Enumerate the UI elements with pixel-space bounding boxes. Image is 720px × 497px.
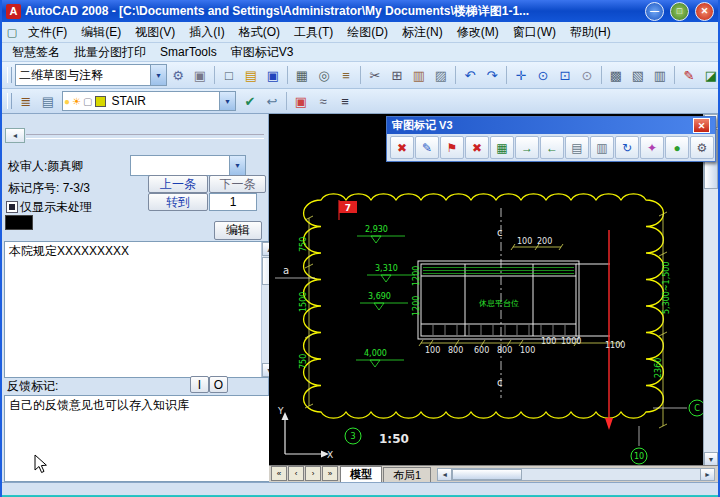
delete-mark-icon[interactable]: ✖: [390, 136, 414, 159]
menu-tools[interactable]: 工具(T): [287, 23, 340, 42]
feedback-out-button[interactable]: O: [209, 376, 228, 393]
next-tab-icon[interactable]: ›: [305, 466, 321, 481]
menu-window[interactable]: 窗口(W): [506, 23, 563, 42]
layer-color-swatch[interactable]: [95, 96, 106, 107]
paint-icon[interactable]: ✦: [640, 136, 664, 159]
lineweight-control-icon[interactable]: ≡: [334, 90, 356, 112]
open-icon[interactable]: ▤: [240, 64, 262, 86]
linetype-control-icon[interactable]: ≈: [312, 90, 334, 112]
globe-icon[interactable]: ●: [665, 136, 689, 159]
layer-combo[interactable]: ● ☀ ▢ STAIR ▼: [62, 91, 236, 111]
minimize-button[interactable]: —: [645, 2, 664, 21]
rule-textarea[interactable]: 本院规定XXXXXXXXX ▲ ▼: [4, 241, 278, 378]
mark-color-swatch[interactable]: [5, 215, 33, 230]
paste-icon[interactable]: ▥: [408, 64, 430, 86]
settings-icon[interactable]: ⚙: [690, 136, 714, 159]
menu-draw[interactable]: 绘图(D): [340, 23, 395, 42]
only-unprocessed-checkbox[interactable]: [6, 201, 18, 213]
qnew-icon[interactable]: □: [218, 64, 240, 86]
scroll-right-icon[interactable]: ►: [700, 469, 714, 480]
menu-modify[interactable]: 修改(M): [450, 23, 506, 42]
review-flag[interactable]: 7: [339, 200, 357, 220]
layer-properties-icon[interactable]: ≣: [15, 90, 37, 112]
export-marks-icon[interactable]: →: [515, 136, 539, 159]
copy-icon[interactable]: ⊞: [386, 64, 408, 86]
menu-help[interactable]: 帮助(H): [563, 23, 618, 42]
menu-smart-sign[interactable]: 智慧签名: [5, 43, 67, 62]
palette-title-bar[interactable]: 审图标记 V3 ✕: [387, 117, 715, 134]
menu-edit[interactable]: 编辑(E): [74, 23, 128, 42]
menu-smartools[interactable]: SmarTools: [153, 44, 224, 60]
color-control-icon[interactable]: ▣: [290, 90, 312, 112]
excel-export-icon[interactable]: ▦: [490, 136, 514, 159]
restore-button[interactable]: □: [670, 2, 689, 21]
palette-close-button[interactable]: ✕: [693, 118, 710, 133]
sheet-copy-icon[interactable]: ▥: [590, 136, 614, 159]
feedback-in-button[interactable]: I: [190, 376, 209, 393]
redo-icon[interactable]: ↷: [481, 64, 503, 86]
sun-icon[interactable]: ☀: [72, 96, 81, 107]
goto-index-input[interactable]: 1: [209, 193, 257, 211]
toolbar-grip[interactable]: [7, 67, 12, 83]
pan-icon[interactable]: ✛: [510, 64, 532, 86]
tool-palettes-icon[interactable]: ▥: [649, 64, 671, 86]
title-bar[interactable]: A AutoCAD 2008 - [C:\Documents and Setti…: [2, 0, 718, 22]
undo-icon[interactable]: ↶: [459, 64, 481, 86]
horizontal-scrollbar[interactable]: ◄ ►: [437, 468, 715, 481]
collapse-panel-button[interactable]: ◂: [5, 128, 25, 143]
last-tab-icon[interactable]: »: [322, 466, 338, 481]
plot-icon[interactable]: ▦: [291, 64, 313, 86]
toolbar-separator: [674, 66, 675, 84]
menu-review-marks[interactable]: 审图标记V3: [224, 43, 301, 62]
tab-model[interactable]: 模型: [340, 466, 382, 482]
save-icon[interactable]: ▣: [262, 64, 284, 86]
cut-icon[interactable]: ✂: [364, 64, 386, 86]
publish-icon[interactable]: ≡: [335, 64, 357, 86]
layer-previous-icon[interactable]: ↩: [261, 90, 283, 112]
sheet-list-icon[interactable]: ▤: [565, 136, 589, 159]
make-object-layer-current-icon[interactable]: ✔: [239, 90, 261, 112]
drawing-area[interactable]: 7 2,9303,3103,6904,000750150075012001200…: [269, 114, 718, 482]
zoom-window-icon[interactable]: ⊡: [554, 64, 576, 86]
reviewer-combo[interactable]: ▼: [130, 155, 246, 176]
scroll-down-icon[interactable]: ▼: [704, 452, 718, 466]
layer-states-icon[interactable]: ▤: [37, 90, 59, 112]
goto-mark-button[interactable]: 转到: [148, 193, 208, 211]
menu-format[interactable]: 格式(O): [232, 23, 287, 42]
zoom-previous-icon[interactable]: ⊙: [576, 64, 598, 86]
menu-dimension[interactable]: 标注(N): [395, 23, 450, 42]
menu-file[interactable]: 文件(F): [21, 23, 74, 42]
prev-tab-icon[interactable]: ‹: [288, 466, 304, 481]
bulb-icon[interactable]: ●: [64, 96, 70, 107]
workspace-settings-icon[interactable]: ⚙: [167, 64, 189, 86]
toolbar-grip[interactable]: [7, 93, 12, 109]
workspace-combo[interactable]: 二维草图与注释 ▼: [15, 64, 167, 86]
menu-insert[interactable]: 插入(I): [182, 23, 231, 42]
review-marks-palette[interactable]: 审图标记 V3 ✕ ✖✎⚑✖▦→←▤▥↻✦●⚙: [386, 116, 716, 162]
match-properties-icon[interactable]: ▨: [430, 64, 452, 86]
menu-view[interactable]: 视图(V): [128, 23, 182, 42]
scroll-thumb[interactable]: [452, 469, 522, 480]
edit-mark-button[interactable]: 编辑: [214, 221, 262, 240]
import-marks-icon[interactable]: ←: [540, 136, 564, 159]
previous-mark-button[interactable]: 上一条: [148, 175, 208, 193]
designcenter-icon[interactable]: ▧: [627, 64, 649, 86]
zoom-realtime-icon[interactable]: ⊙: [532, 64, 554, 86]
lock-icon[interactable]: ▢: [83, 96, 92, 107]
menu-batch-plot[interactable]: 批量分图打印: [67, 43, 153, 62]
close-button[interactable]: ✕: [695, 2, 714, 21]
plot-preview-icon[interactable]: ◎: [313, 64, 335, 86]
block-editor-icon[interactable]: ◪: [700, 64, 720, 86]
workspace-save-icon[interactable]: ▣: [189, 64, 211, 86]
vertical-scrollbar[interactable]: ▲ ▼: [703, 114, 718, 466]
scroll-left-icon[interactable]: ◄: [438, 469, 452, 480]
next-mark-button[interactable]: 下一条: [209, 175, 266, 193]
refresh-icon[interactable]: ↻: [615, 136, 639, 159]
first-tab-icon[interactable]: «: [271, 466, 287, 481]
tab-layout1[interactable]: 布局1: [383, 467, 431, 482]
edit-mark-icon[interactable]: ✎: [415, 136, 439, 159]
flag-mark-icon[interactable]: ⚑: [440, 136, 464, 159]
remove-sheet-icon[interactable]: ✖: [465, 136, 489, 159]
markup-icon[interactable]: ✎: [678, 64, 700, 86]
properties-icon[interactable]: ▩: [605, 64, 627, 86]
